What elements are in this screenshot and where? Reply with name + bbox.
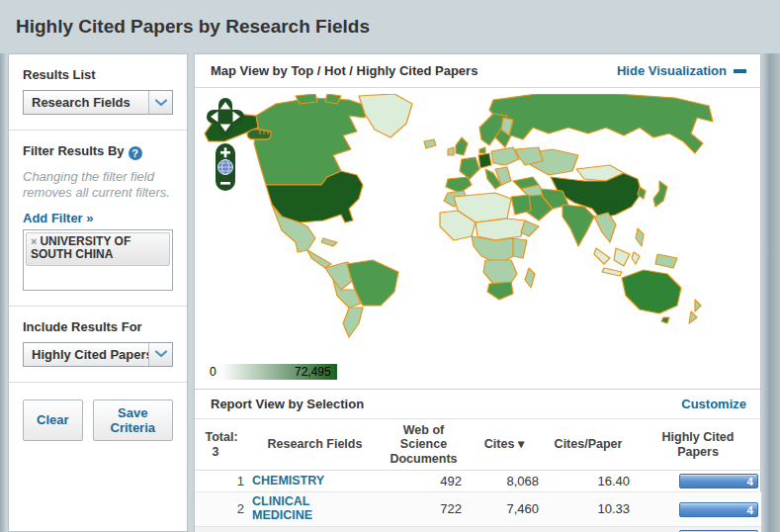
cites-cell: 32,842 bbox=[466, 526, 543, 532]
filter-tag-label: UNIVERSITY OF SOUTH CHINA bbox=[31, 234, 130, 262]
results-list-select[interactable]: Research Fields bbox=[23, 90, 173, 115]
highly-cited-bar: 4 bbox=[679, 502, 758, 517]
minus-icon bbox=[734, 69, 746, 73]
highly-cited-cell: 27 bbox=[634, 526, 762, 532]
country-australia bbox=[622, 270, 681, 313]
country-greenland bbox=[359, 94, 412, 137]
country-spain bbox=[446, 177, 472, 193]
highly-cited-cell: 4 bbox=[634, 492, 762, 527]
country-iceland bbox=[424, 139, 436, 148]
field-cell: CLINICAL MEDICINE bbox=[248, 492, 382, 527]
country-france bbox=[460, 157, 479, 179]
country-east-africa bbox=[513, 238, 527, 258]
rank-cell: 0 bbox=[195, 526, 248, 532]
customize-link[interactable]: Customize bbox=[681, 397, 746, 411]
include-results-section: Include Results For Highly Cited Papers bbox=[9, 306, 187, 382]
country-new-guinea bbox=[655, 254, 677, 268]
help-icon[interactable]: ? bbox=[129, 146, 142, 160]
world-map[interactable] bbox=[201, 94, 746, 341]
pan-control bbox=[207, 98, 244, 135]
country-russia bbox=[489, 94, 713, 153]
legend-gradient-bar: 72,495 bbox=[220, 364, 337, 380]
clear-button[interactable]: Clear bbox=[23, 399, 83, 441]
filter-heading: Filter Results By? bbox=[23, 143, 173, 160]
highly-cited-cell: 4 bbox=[634, 471, 762, 492]
add-filter-link[interactable]: Add Filter » bbox=[23, 211, 94, 225]
column-cites[interactable]: Cites ▾ bbox=[466, 419, 543, 471]
country-japan bbox=[653, 181, 667, 207]
country-horn-of-africa bbox=[521, 221, 539, 236]
results-list-section: Results List Research Fields bbox=[9, 54, 187, 130]
report-table: Total: 3 Research Fields Web of Science … bbox=[195, 418, 762, 532]
page-title: Highly Cited Papers by Research Fields bbox=[0, 0, 780, 53]
country-germany bbox=[478, 153, 491, 168]
legend-min: 0 bbox=[210, 365, 217, 379]
zoom-control bbox=[216, 143, 235, 191]
country-argentina-chile bbox=[343, 308, 363, 337]
filter-tag[interactable]: ×UNIVERSITY OF SOUTH CHINA bbox=[26, 232, 170, 267]
country-new-zealand bbox=[689, 300, 701, 323]
filter-list-box[interactable]: ×UNIVERSITY OF SOUTH CHINA bbox=[23, 229, 173, 291]
filter-section: Filter Results By? Changing the filter f… bbox=[9, 130, 187, 306]
field-link[interactable]: CLINICAL MEDICINE bbox=[252, 495, 343, 523]
cites-per-paper-cell: 16.40 bbox=[543, 471, 634, 492]
cites-per-paper-cell: 9.94 bbox=[543, 526, 634, 532]
rank-cell: 1 bbox=[195, 471, 248, 492]
map-view-title: Map View by Top / Hot / Highly Cited Pap… bbox=[211, 63, 477, 78]
country-tasmania bbox=[661, 317, 669, 323]
cites-cell: 8,068 bbox=[466, 471, 543, 492]
remove-filter-icon[interactable]: × bbox=[31, 235, 37, 247]
filter-heading-text: Filter Results By bbox=[23, 143, 125, 158]
country-ireland bbox=[448, 147, 454, 155]
total-label: Total: bbox=[199, 430, 244, 444]
map-controls[interactable] bbox=[207, 98, 244, 193]
map-region: 0 72,495 bbox=[195, 88, 760, 389]
column-total: Total: 3 bbox=[195, 419, 248, 471]
table-row: 2 CLINICAL MEDICINE 722 7,460 10.33 4 bbox=[195, 492, 762, 527]
country-cuba bbox=[321, 238, 337, 246]
cites-cell: 7,460 bbox=[466, 492, 543, 527]
cites-per-paper-cell: 10.33 bbox=[543, 492, 634, 527]
rank-cell: 2 bbox=[195, 492, 248, 527]
field-link[interactable]: CHEMISTRY bbox=[252, 475, 324, 488]
include-results-label: Include Results For bbox=[23, 319, 173, 334]
include-results-select[interactable]: Highly Cited Papers bbox=[23, 342, 173, 367]
chevron-down-icon bbox=[148, 343, 172, 366]
sort-descending-icon: ▾ bbox=[518, 437, 524, 451]
column-cites-per-paper: Cites/Paper bbox=[543, 419, 634, 471]
left-edge-shadow bbox=[0, 53, 8, 532]
country-egypt bbox=[511, 195, 531, 215]
country-sahel-sudan bbox=[476, 219, 525, 240]
documents-cell: 492 bbox=[382, 471, 466, 492]
country-indonesia-sulawesi bbox=[632, 252, 640, 264]
column-highly-cited: Highly Cited Papers bbox=[634, 419, 762, 471]
include-results-value: Highly Cited Papers bbox=[32, 347, 153, 362]
save-criteria-button[interactable]: Save Criteria bbox=[93, 399, 173, 441]
country-philippines bbox=[636, 228, 644, 246]
documents-cell: 3,303 bbox=[382, 526, 466, 532]
hide-visualization-text: Hide Visualization bbox=[617, 63, 727, 78]
highly-cited-bar: 4 bbox=[679, 474, 758, 488]
hide-visualization-link[interactable]: Hide Visualization bbox=[617, 63, 746, 78]
total-count: 3 bbox=[199, 445, 232, 459]
report-view-title: Report View by Selection bbox=[211, 397, 364, 411]
table-header-row: Total: 3 Research Fields Web of Science … bbox=[195, 419, 762, 471]
country-denmark bbox=[479, 147, 485, 153]
column-documents: Web of Science Documents bbox=[382, 419, 466, 471]
country-indonesia-sumatra bbox=[594, 248, 610, 264]
results-list-label: Results List bbox=[23, 67, 173, 82]
criteria-sidebar: Results List Research Fields Filter Resu… bbox=[8, 53, 188, 532]
choropleth-legend: 0 72,495 bbox=[210, 364, 337, 380]
documents-cell: 722 bbox=[382, 492, 466, 527]
content-area: Results List Research Fields Filter Resu… bbox=[0, 53, 780, 532]
country-southern-africa bbox=[483, 260, 517, 286]
hand-cursor-icon bbox=[246, 126, 272, 143]
table-row: 0 ALL FIELDS 3,303 32,842 9.94 27 bbox=[195, 526, 762, 532]
actions-section: Clear Save Criteria bbox=[9, 382, 187, 456]
main-panel: Map View by Top / Hot / Highly Cited Pap… bbox=[194, 53, 761, 532]
field-cell: ALL FIELDS bbox=[248, 526, 382, 532]
field-cell: CHEMISTRY bbox=[248, 471, 382, 492]
country-uk bbox=[456, 137, 468, 155]
country-indonesia-borneo bbox=[614, 248, 630, 266]
right-edge-shadow bbox=[761, 53, 780, 532]
